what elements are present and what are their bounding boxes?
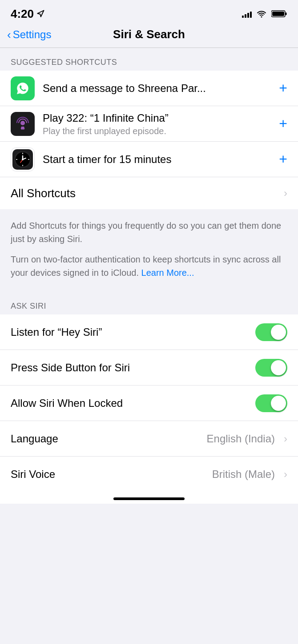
info-text-line2: Turn on two-factor authentication to kee…: [11, 253, 287, 279]
home-bar: [113, 497, 185, 500]
wifi-icon: [256, 10, 267, 18]
add-shortcut-button-1[interactable]: +: [279, 80, 287, 96]
signal-icon: [242, 10, 252, 18]
status-icons: [242, 10, 287, 18]
add-shortcut-button-3[interactable]: +: [279, 151, 287, 167]
all-shortcuts-row[interactable]: All Shortcuts ›: [0, 177, 298, 209]
hey-siri-toggle[interactable]: [255, 323, 287, 341]
back-button[interactable]: ‹ Settings: [7, 28, 51, 41]
home-indicator: [0, 492, 298, 504]
shortcuts-info-block: Add Shortcuts for things you frequently …: [0, 209, 298, 292]
learn-more-link[interactable]: Learn More...: [141, 268, 194, 278]
suggested-shortcuts-card: Send a message to Shreena Par... + Play …: [0, 71, 298, 209]
add-shortcut-button-2[interactable]: +: [279, 115, 287, 132]
suggested-shortcuts-header: SUGGESTED SHORTCUTS: [0, 48, 298, 71]
list-item[interactable]: Language English (India) ›: [0, 421, 298, 457]
back-label: Settings: [13, 28, 52, 41]
toggle-knob: [271, 396, 286, 411]
battery-icon: [271, 10, 287, 18]
status-bar: 4:20: [0, 0, 298, 24]
list-item[interactable]: Siri Voice British (Male) ›: [0, 457, 298, 492]
list-item[interactable]: Listen for “Hey Siri”: [0, 314, 298, 350]
clock-app-icon: [11, 147, 35, 171]
shortcut-title-1: Send a message to Shreena Par...: [43, 81, 274, 95]
chevron-right-icon: ›: [284, 433, 287, 445]
list-item[interactable]: Send a message to Shreena Par... +: [0, 71, 298, 106]
podcast-icon: [11, 112, 35, 136]
list-item[interactable]: Press Side Button for Siri: [0, 350, 298, 386]
whatsapp-icon: [11, 76, 35, 100]
shortcut-title-3: Start a timer for 15 minutes: [43, 152, 274, 166]
page-title: Siri & Search: [113, 28, 185, 41]
toggle-knob: [271, 325, 286, 340]
all-shortcuts-label: All Shortcuts: [11, 187, 278, 200]
nav-header: ‹ Settings Siri & Search: [0, 24, 298, 48]
svg-point-4: [20, 121, 25, 125]
ask-siri-header: ASK SIRI: [0, 292, 298, 314]
chevron-right-icon: ›: [284, 187, 287, 199]
toggle-knob: [271, 360, 286, 375]
svg-rect-2: [286, 12, 287, 15]
svg-rect-5: [21, 128, 24, 129]
svg-point-16: [22, 159, 24, 160]
siri-voice-value: British (Male): [212, 468, 275, 481]
time-display: 4:20: [11, 7, 34, 21]
list-item[interactable]: Allow Siri When Locked: [0, 386, 298, 421]
list-item[interactable]: Play 322: “1 Infinite China” Play the fi…: [0, 106, 298, 142]
svg-marker-0: [37, 11, 44, 17]
location-icon: [36, 10, 44, 18]
svg-rect-3: [272, 12, 284, 16]
list-item[interactable]: Start a timer for 15 minutes +: [0, 142, 298, 177]
chevron-right-icon: ›: [284, 468, 287, 481]
siri-locked-toggle[interactable]: [255, 394, 287, 412]
language-value: English (India): [207, 433, 275, 445]
ask-siri-section: Listen for “Hey Siri” Press Side Button …: [0, 314, 298, 492]
status-time: 4:20: [11, 7, 44, 21]
info-text-line1: Add Shortcuts for things you frequently …: [11, 219, 287, 246]
side-button-toggle[interactable]: [255, 359, 287, 377]
back-chevron-icon: ‹: [7, 29, 11, 40]
shortcut-title-2: Play 322: “1 Infinite China” Play the fi…: [43, 111, 274, 136]
